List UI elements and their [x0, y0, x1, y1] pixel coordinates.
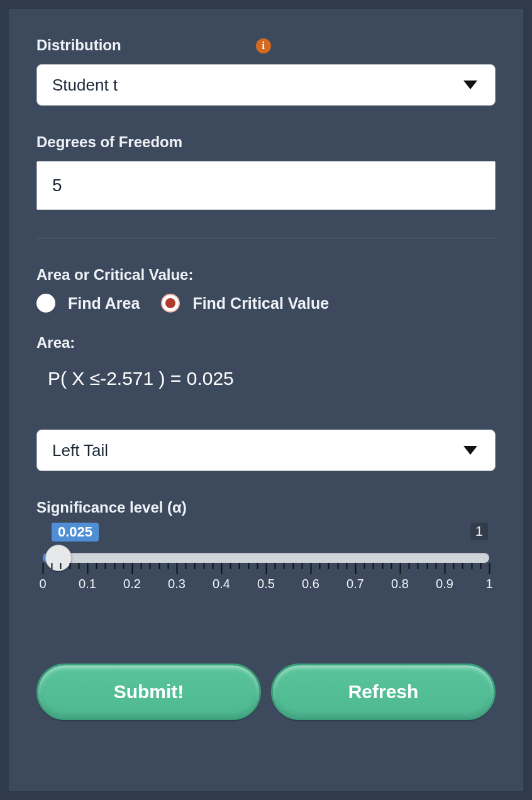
button-row: Submit! Refresh [36, 664, 496, 720]
slider-tick-label: 0.8 [391, 577, 409, 591]
divider [36, 238, 496, 238]
calculator-panel: Distribution i Student t Degrees of Free… [9, 9, 523, 791]
chevron-down-icon [463, 81, 477, 89]
area-expression: P( X ≤-2.571 ) = 0.025 [36, 362, 496, 408]
slider-tick-label: 0.3 [168, 577, 186, 591]
slider-tick-label: 0.6 [302, 577, 319, 591]
slider-tick-label: 1 [485, 577, 492, 591]
refresh-button[interactable]: Refresh [271, 664, 496, 720]
radio-find-critical-label: Find Critical Value [192, 294, 329, 313]
distribution-label: Distribution [36, 36, 121, 54]
slider-tick-label: 0.7 [346, 577, 364, 591]
dof-label: Degrees of Freedom [36, 133, 496, 151]
slider-tick-label: 0 [39, 577, 46, 591]
dof-value: 5 [52, 175, 62, 196]
alpha-value-badge: 0.025 [52, 523, 99, 542]
slider-track[interactable] [43, 553, 489, 563]
slider-tick-label: 0.5 [257, 577, 275, 591]
svg-marker-0 [463, 81, 477, 89]
alpha-slider[interactable]: 0.025 1 00.10.20.30.40.50.60.70.80.91 [36, 523, 496, 594]
area-label: Area: [36, 334, 496, 352]
slider-ticks: 00.10.20.30.40.50.60.70.80.91 [43, 563, 489, 594]
area-block: Area: P( X ≤-2.571 ) = 0.025 [36, 334, 496, 408]
refresh-button-label: Refresh [348, 681, 419, 703]
mode-block: Area or Critical Value: Find Area Find C… [36, 266, 496, 313]
mode-label: Area or Critical Value: [36, 266, 496, 284]
submit-button[interactable]: Submit! [36, 664, 261, 720]
submit-button-label: Submit! [114, 681, 184, 703]
tail-select[interactable]: Left Tail [36, 430, 496, 471]
slider-tick-label: 0.2 [123, 577, 141, 591]
slider-tick-label: 0.9 [436, 577, 453, 591]
slider-tick-label: 0.1 [79, 577, 96, 591]
radio-find-area[interactable] [36, 294, 55, 313]
alpha-max-badge: 1 [470, 523, 488, 540]
alpha-block: Significance level (α) 0.025 1 00.10.20.… [36, 499, 496, 594]
distribution-selected-value: Student t [52, 75, 118, 95]
slider-tick-label: 0.4 [213, 577, 230, 591]
dof-block: Degrees of Freedom 5 [36, 133, 496, 210]
svg-marker-1 [463, 446, 477, 455]
tail-selected-value: Left Tail [52, 441, 108, 460]
radio-find-critical[interactable] [161, 294, 180, 313]
dof-input[interactable]: 5 [36, 161, 496, 210]
distribution-select[interactable]: Student t [36, 64, 496, 106]
alpha-label: Significance level (α) [36, 499, 496, 516]
radio-find-area-label: Find Area [68, 294, 140, 313]
tail-block: Left Tail [36, 430, 496, 471]
distribution-block: Distribution i Student t [36, 36, 496, 106]
chevron-down-icon [463, 446, 477, 455]
mode-radio-group: Find Area Find Critical Value [36, 294, 496, 313]
info-icon[interactable]: i [256, 38, 271, 53]
